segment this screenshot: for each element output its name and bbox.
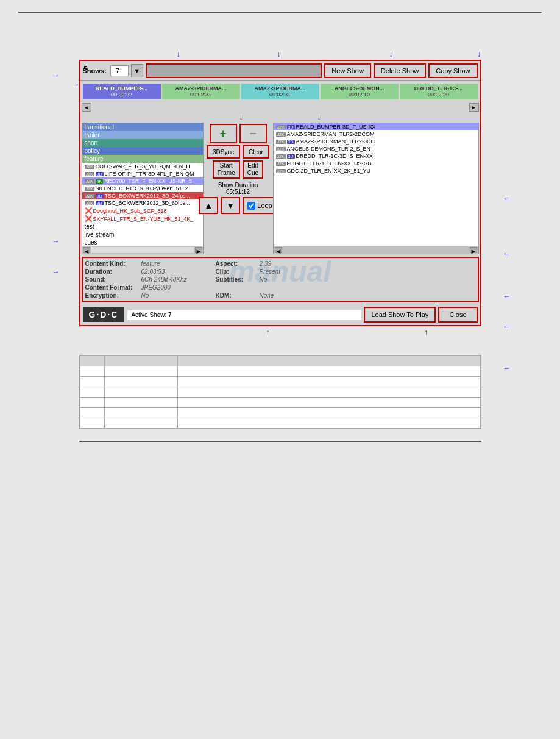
start-edit-row: StartFrame EditCue (213, 160, 263, 179)
scroll-right-button[interactable]: ► (469, 103, 479, 112)
right-panel-scrollbar[interactable]: ◄ ► (274, 246, 478, 254)
table-cell-2-num (80, 377, 104, 387)
category-transitional[interactable]: transitional (82, 123, 203, 131)
aspect-label: Aspect: (216, 260, 258, 267)
right-item-3[interactable]: J2K ANGELS-DEMONS_TLR-2_S_EN- (274, 145, 478, 152)
category-short[interactable]: short (82, 139, 203, 147)
category-trailer[interactable]: trailer (82, 131, 203, 139)
subtitles-label: Subtitles: (216, 276, 258, 283)
file-silenced-name: SILENCED_FTR_S_KO-yue-en_51_2 (96, 185, 188, 191)
info-panel: Content Kind: feature Aspect: 2.39 Durat… (82, 257, 479, 302)
scroll-left-button[interactable]: ◄ (82, 103, 91, 112)
copy-show-button[interactable]: Copy Show (428, 63, 477, 78)
right-item-1[interactable]: J2K AMAZ-SPIDERMAN_TLR2-2DCOM (274, 130, 478, 138)
loop-label: Loop (257, 202, 272, 209)
badge-3d-3: 3D (96, 201, 104, 205)
show-duration: Show Duration 05:51:12 (206, 182, 271, 195)
playlist-item-4-title: DREDD_TLR-1C-... (401, 85, 477, 91)
shows-dropdown-button[interactable]: ▼ (131, 64, 143, 77)
table-row-6 (80, 418, 480, 429)
file-cold-war-name: COLD-WAR_FTR_S_YUE-QMT-EN_H (96, 163, 190, 170)
file-cold-war[interactable]: J2K COLD-WAR_FTR_S_YUE-QMT-EN_H (82, 163, 203, 170)
loop-checkbox-container[interactable]: Loop (243, 197, 277, 214)
file-tsc-boxwerk[interactable]: J2K 3D TSC_BOXWERK2012_3D_60fps... (82, 199, 203, 207)
right-badge-j2k-6: J2K (276, 169, 286, 173)
subtitles-value: No (260, 276, 308, 283)
move-down-button[interactable]: ▼ (221, 197, 240, 214)
file-tsc-boxwerk-name: TSC_BOXWERK2012_3D_60fps... (105, 200, 190, 206)
sound-value: 6Ch 24Bit 48Khz (141, 276, 214, 283)
right-item-4[interactable]: J2K 3D DREDD_TLR-1C-3D_S_EN-XX (274, 152, 478, 160)
playlist-item-2[interactable]: AMAZ-SPIDERMA... 00:02:31 (241, 84, 319, 99)
category-feature[interactable]: feature (82, 155, 203, 163)
left-panel-scrollbar[interactable]: ◄ ► (82, 246, 203, 254)
file-life-of-pi[interactable]: J2K 3D LIFE-OF-PI_FTR-3D-4FL_F_EN-QM (82, 170, 203, 177)
threed-clear-row: 3DSync Clear (207, 145, 269, 159)
arrow-down-2: ↓ (277, 49, 281, 59)
right-item-2[interactable]: J2K 3D AMAZ-SPIDERMAN_TLR2-3DC (274, 138, 478, 145)
up-down-row: ▲ ▼ Loop (199, 197, 277, 214)
file-tsg-boxwerk[interactable]: J2K 3D TSG_BOXWERK2012_3D_24fps... (82, 192, 203, 199)
right-badge-j2k-0: J2K (276, 125, 286, 129)
load-show-button[interactable]: Load Show To Play (364, 307, 436, 323)
table-cell-5-col1 (104, 408, 177, 418)
content-kind-value: feature (141, 260, 214, 267)
remove-button[interactable]: − (239, 124, 267, 143)
right-item-6[interactable]: J2K GDC-2D_TLR_EN-XX_2K_51_YU (274, 167, 478, 174)
sound-label: Sound: (85, 276, 140, 283)
cursor: ↖ (83, 63, 90, 73)
move-up-button[interactable]: ▲ (199, 197, 218, 214)
left-arrow-2: → (52, 237, 60, 246)
kdm-value: None (260, 292, 308, 299)
delete-show-button[interactable]: Delete Show (374, 63, 426, 78)
table-row-5 (80, 408, 480, 418)
playlist-item-3[interactable]: ANGELS-DEMON... 00:02:10 (321, 84, 399, 99)
scroll-right-left[interactable]: ► (195, 247, 202, 253)
right-badge-j2k-5: J2K (276, 162, 286, 166)
table-cell-6-col1 (104, 418, 177, 429)
right-item-0[interactable]: J2K 3D REALD_BUMPER-3D_F_US-XX (274, 123, 478, 130)
table-row-3 (80, 387, 480, 398)
loop-checkbox[interactable] (247, 202, 255, 210)
right-scroll-left[interactable]: ◄ (275, 247, 282, 253)
right-item-2-name: AMAZ-SPIDERMAN_TLR2-3DC (296, 138, 375, 145)
show-name-input[interactable] (146, 63, 322, 78)
footer-arrow-1: ↑ (266, 327, 270, 337)
category-live-stream[interactable]: live-stream (82, 230, 203, 238)
right-panel: J2K 3D REALD_BUMPER-3D_F_US-XX J2K AMAZ-… (273, 123, 479, 254)
scroll-left-left[interactable]: ◄ (83, 247, 90, 253)
add-button[interactable]: + (210, 124, 237, 143)
arrow-center-2: ↓ (317, 112, 321, 121)
right-item-6-name: GDC-2D_TLR_EN-XX_2K_51_YU (287, 168, 371, 174)
category-policy[interactable]: policy (82, 147, 203, 155)
file-error-doughnut[interactable]: ❌ Doughnut_HK_Sub_SCP_818 (82, 207, 203, 215)
arrow-down-1: ↓ (177, 49, 181, 59)
playlist-item-1[interactable]: AMAZ-SPIDERMA... 00:02:31 (162, 84, 240, 99)
clip-label: Clip: (216, 268, 258, 275)
new-show-button[interactable]: New Show (324, 63, 371, 78)
close-button[interactable]: Close (438, 307, 477, 323)
start-frame-button[interactable]: StartFrame (213, 160, 240, 179)
file-silenced[interactable]: J2K SILENCED_FTR_S_KO-yue-en_51_2 (82, 185, 203, 192)
playlist-item-0[interactable]: REALD_BUMPER-... 00:00:22 (83, 84, 161, 99)
edit-cue-button[interactable]: EditCue (243, 160, 263, 179)
playlist-item-4[interactable]: DREDD_TLR-1C-... 00:02:29 (400, 84, 478, 99)
right-item-4-name: DREDD_TLR-1C-3D_S_EN-XX (296, 153, 374, 159)
scroll-track[interactable] (91, 247, 194, 253)
file-error-doughnut-name: Doughnut_HK_Sub_SCP_818 (93, 208, 167, 214)
file-red700[interactable]: J2K 4K RED700_TSR_F_EN-XX_US-NR_5 (82, 177, 203, 185)
category-cues[interactable]: cues (82, 238, 203, 246)
right-item-5[interactable]: J2K FLIGHT_TLR-1_S_EN-XX_US-GB (274, 160, 478, 167)
clear-button[interactable]: Clear (243, 145, 269, 159)
table-cell-1-desc (177, 366, 480, 377)
file-error-skyfall[interactable]: ❌ SKYFALL_FTR_S_EN-YUE_HK_51_4K_ (82, 215, 203, 223)
error-icon-1: ❌ (85, 207, 92, 214)
aspect-value: 2.39 (260, 260, 308, 267)
table-cell-5-desc (177, 408, 480, 418)
category-test[interactable]: test (82, 223, 203, 230)
kdm-label: KDM: (216, 292, 258, 299)
threed-sync-button[interactable]: 3DSync (207, 145, 240, 159)
right-scroll-right[interactable]: ► (470, 247, 477, 253)
right-arrow-1: ← (503, 194, 511, 203)
playlist-item-4-time: 00:02:29 (401, 91, 477, 98)
